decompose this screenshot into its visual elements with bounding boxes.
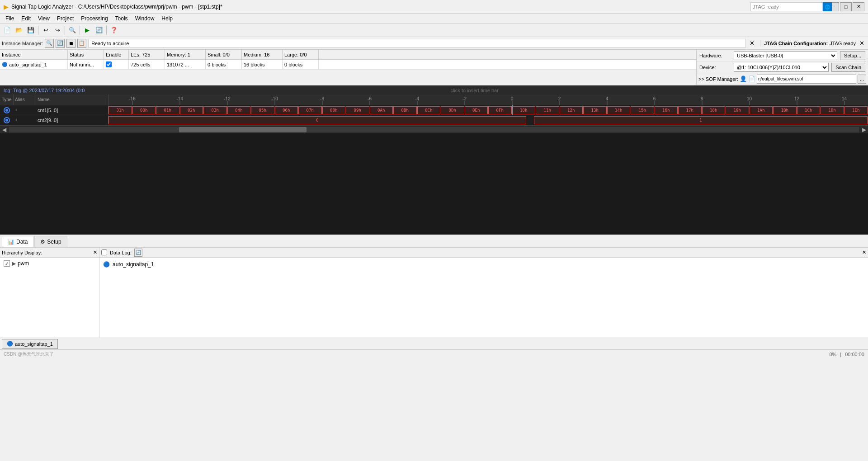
tab-data[interactable]: 📊 Data [2, 236, 33, 247]
menu-view[interactable]: View [34, 14, 53, 23]
close-button[interactable]: ✕ [853, 2, 864, 11]
wave-segment: 1Ah [750, 106, 773, 114]
ruler-tick--6: -6 [368, 96, 372, 101]
col-les: LEs: 725 [129, 50, 165, 59]
help-button[interactable]: ❓ [108, 25, 119, 36]
ruler-line-2 [559, 101, 560, 105]
run-button[interactable]: ▶ [82, 25, 93, 36]
datalog-item-icon: 🔵 [103, 261, 110, 268]
open-button[interactable]: 📂 [14, 25, 24, 36]
refresh-button[interactable]: 🔄 [94, 25, 104, 36]
wave-segment: 18h [702, 106, 726, 114]
sof-more-button[interactable]: ... [858, 75, 866, 84]
instance-status-text: Ready to acquire [88, 39, 746, 48]
bottom-tabs: 📊 Data ⚙ Setup [0, 235, 868, 247]
wave-segment: 1 [534, 116, 868, 124]
cell-medium: 16 blocks [242, 60, 283, 69]
wave-segment: 07h [298, 106, 322, 114]
datalog-refresh-button[interactable]: 🔄 [134, 249, 142, 257]
type-icon-cnt2 [0, 117, 14, 124]
enable-checkbox[interactable] [106, 61, 112, 67]
new-button[interactable]: 📄 [2, 25, 13, 36]
maximize-button[interactable]: □ [840, 2, 852, 11]
datalog-close[interactable]: ✕ [862, 249, 866, 255]
wave-segment: 1Ch [797, 106, 821, 114]
scroll-track[interactable] [9, 127, 859, 132]
time-bar-hint: click to insert time bar [85, 88, 864, 93]
scan-chain-button[interactable]: Scan Chain [831, 63, 865, 72]
type-icon-cnt1 [0, 107, 14, 114]
menu-edit[interactable]: Edit [18, 14, 34, 23]
wave-segment: 02h [180, 106, 203, 114]
jtag-device-row: Device: @1: 10CL006(Y|Z)/10CL010 Scan Ch… [697, 61, 868, 73]
hierarchy-header: Hierarchy Display: ✕ [0, 248, 99, 258]
save-button[interactable]: 💾 [25, 25, 36, 36]
col-medium: Medium: 16 [242, 50, 283, 59]
watermark-text: CSDN @热天气吃北京了 [4, 351, 54, 358]
expand-cnt1[interactable]: + [14, 108, 36, 113]
cell-les: 725 cells [129, 60, 165, 69]
jtag-config-section: JTAG Chain Configuration: JTAG ready ✕ [760, 40, 866, 47]
wave-segment: 13h [583, 106, 607, 114]
scroll-right-arrow[interactable]: ▶ [860, 126, 868, 134]
waveform-section: log: Trig @ 2023/07/17 19:20:04 (0:0 cli… [0, 85, 868, 235]
menu-tools[interactable]: Tools [112, 14, 132, 23]
inst-search-button[interactable]: 🔍 [45, 39, 54, 48]
ruler-tick-4: 4 [606, 96, 609, 101]
ruler-tick--8: -8 [320, 96, 324, 101]
device-select[interactable]: @1: 10CL006(Y|Z)/10CL010 [734, 63, 829, 72]
tab-setup[interactable]: ⚙ Setup [34, 236, 67, 247]
scroll-thumb[interactable] [179, 127, 307, 132]
wave-segment: 11h [536, 106, 559, 114]
hardware-select[interactable]: USB-Blaster [USB-0] [734, 51, 837, 60]
svg-point-1 [5, 109, 8, 112]
inst-stop-button[interactable]: ⏹ [66, 39, 75, 48]
device-label: Device: [699, 65, 731, 70]
menu-file[interactable]: File [2, 14, 18, 23]
ruler-line--8 [322, 101, 322, 105]
search-input[interactable] [750, 2, 823, 11]
ruler-tick--4: -4 [415, 96, 419, 101]
separator-1 [38, 26, 38, 35]
menu-processing[interactable]: Processing [77, 14, 111, 23]
ruler-tick-2: 2 [558, 96, 561, 101]
undo-button[interactable]: ↩ [40, 25, 51, 36]
wave-segment: 04h [227, 106, 251, 114]
scroll-left-arrow[interactable]: ◀ [0, 126, 8, 134]
jtag-bar-close[interactable]: ✕ [858, 40, 866, 47]
setup-button[interactable]: Setup... [840, 51, 865, 60]
hier-checkbox-pwm[interactable]: ✓ [4, 260, 10, 267]
instance-tab[interactable]: 🔵 auto_signaltap_1 [2, 339, 58, 349]
ruler-tick-0: 0 [511, 96, 514, 101]
expand-cnt2[interactable]: + [14, 118, 36, 122]
wave-segment: 0Fh [488, 106, 512, 114]
menu-window[interactable]: Window [132, 14, 158, 23]
wave-segment: 00h [132, 106, 156, 114]
instance-tab-bar: 🔵 auto_signaltap_1 [0, 338, 868, 349]
ruler-tick--12: -12 [224, 96, 230, 101]
datalog-checkbox[interactable] [101, 249, 107, 255]
wave-segment: 1Eh [844, 106, 868, 114]
list-item: ✓ ▶ pwm [4, 259, 95, 268]
instance-bar-close[interactable]: ✕ [748, 40, 756, 47]
inst-refresh-button[interactable]: 🔄 [56, 39, 65, 48]
signal-row-cnt1: + cnt1[5..0] 31h00h01h02h03h04h05h06h07h… [0, 105, 868, 115]
menu-project[interactable]: Project [53, 14, 77, 23]
signal-rows-container: + cnt1[5..0] 31h00h01h02h03h04h05h06h07h… [0, 105, 868, 125]
sof-path-input[interactable]: rj/output_files/pwm.sof [757, 75, 856, 84]
hierarchy-content: ✓ ▶ pwm [0, 258, 99, 338]
redo-button[interactable]: ↪ [52, 25, 63, 36]
menu-help[interactable]: Help [158, 14, 176, 23]
inst-log-button[interactable]: 📋 [77, 39, 86, 48]
ruler-tick--16: -16 [129, 96, 135, 101]
hier-name-pwm: pwm [18, 260, 29, 267]
search-button[interactable]: 🔍 [67, 25, 78, 36]
cell-large: 0 blocks [283, 60, 319, 69]
sof-manager-label: SOF Manager: [706, 76, 738, 82]
jtag-status-text: JTAG ready [830, 41, 856, 46]
hierarchy-close[interactable]: ✕ [93, 249, 97, 255]
wave-segment: 1Bh [773, 106, 797, 114]
sof-arrows: >> [698, 76, 704, 82]
instance-table-headers: Instance Status Enable LEs: 725 Memory: … [0, 50, 696, 60]
wave-segment: 03h [203, 106, 227, 114]
